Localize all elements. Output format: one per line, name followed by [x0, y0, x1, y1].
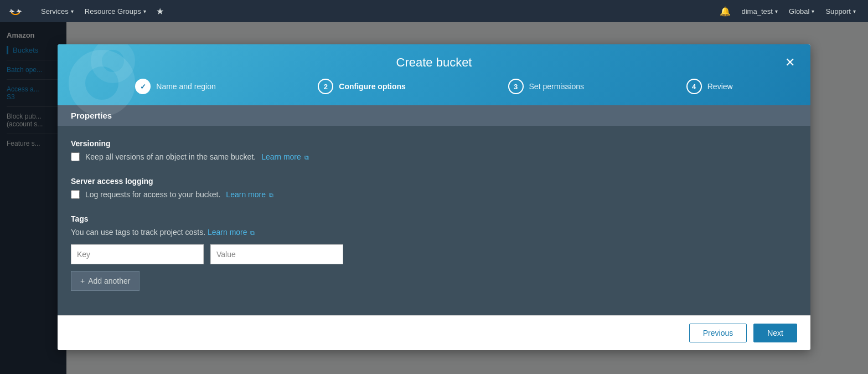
tag-key-input[interactable]: [71, 244, 204, 264]
modal-header: Create bucket ✕ ✓ Name and region 2 Conf…: [58, 44, 810, 105]
step-1: ✓ Name and region: [135, 79, 215, 94]
bell-icon[interactable]: 🔔: [714, 6, 736, 17]
section-header: Properties: [58, 105, 810, 126]
versioning-learn-more-link[interactable]: Learn more ⧉: [261, 152, 308, 161]
modal-title-bar: Create bucket: [71, 44, 797, 70]
resource-groups-nav[interactable]: Resource Groups ▾: [79, 0, 152, 22]
step-2: 2 Configure options: [318, 79, 406, 94]
step-2-label: Configure options: [339, 82, 406, 91]
step-2-circle: 2: [318, 79, 333, 94]
section-content: Versioning Keep all versions of an objec…: [58, 126, 810, 315]
previous-button[interactable]: Previous: [689, 324, 747, 342]
nav-right: 🔔 dima_test ▾ Global ▾ Support ▾: [714, 0, 862, 22]
add-another-button[interactable]: + Add another: [71, 271, 140, 291]
step-4-circle: 4: [686, 79, 702, 94]
modal-footer: Previous Next: [58, 315, 810, 350]
step-4-label: Review: [707, 82, 733, 91]
modal-title: Create bucket: [396, 55, 472, 70]
step-1-circle: ✓: [135, 79, 151, 94]
aws-logo: [7, 6, 27, 17]
server-logging-row: Log requests for access to your bucket. …: [71, 190, 797, 199]
modal-body: Properties Versioning Keep all versions …: [58, 105, 810, 315]
step-1-label: Name and region: [156, 82, 215, 91]
services-chevron-icon: ▾: [71, 8, 74, 14]
services-nav[interactable]: Services ▾: [35, 0, 79, 22]
versioning-text: Keep all versions of an object in the sa…: [85, 152, 256, 161]
user-chevron-icon: ▾: [775, 8, 778, 14]
resource-groups-chevron-icon: ▾: [143, 8, 146, 14]
step-3-label: Set permissions: [529, 82, 585, 91]
tags-group: Tags You can use tags to track project c…: [71, 214, 797, 291]
step-3-circle: 3: [508, 79, 524, 94]
support-nav[interactable]: Support ▾: [820, 0, 861, 22]
region-chevron-icon: ▾: [812, 8, 814, 14]
step-4: 4 Review: [686, 79, 733, 94]
close-button[interactable]: ✕: [781, 54, 799, 71]
tags-title: Tags: [71, 214, 797, 223]
region-nav[interactable]: Global ▾: [783, 0, 820, 22]
external-link-icon-logging: ⧉: [269, 192, 273, 198]
versioning-checkbox[interactable]: [71, 152, 80, 161]
step-3: 3 Set permissions: [508, 79, 585, 94]
pin-icon[interactable]: ★: [152, 6, 168, 17]
versioning-title: Versioning: [71, 139, 797, 148]
server-logging-text: Log requests for access to your bucket.: [85, 190, 220, 199]
external-link-icon-versioning: ⧉: [304, 154, 309, 161]
server-logging-title: Server access logging: [71, 177, 797, 186]
create-bucket-modal: Create bucket ✕ ✓ Name and region 2 Conf…: [58, 44, 810, 350]
tags-learn-more-link[interactable]: Learn more ⧉: [208, 228, 255, 237]
server-logging-learn-more-link[interactable]: Learn more ⧉: [226, 190, 273, 199]
modal-overlay: Create bucket ✕ ✓ Name and region 2 Conf…: [0, 22, 868, 374]
user-nav[interactable]: dima_test ▾: [736, 0, 783, 22]
top-navigation: Services ▾ Resource Groups ▾ ★ 🔔 dima_te…: [0, 0, 868, 22]
external-link-icon-tags: ⧉: [250, 229, 255, 236]
server-logging-checkbox[interactable]: [71, 190, 80, 199]
tags-input-row: [71, 244, 797, 264]
support-chevron-icon: ▾: [853, 8, 856, 14]
tag-value-input[interactable]: [210, 244, 343, 264]
versioning-row: Keep all versions of an object in the sa…: [71, 152, 797, 161]
next-button[interactable]: Next: [753, 324, 797, 342]
server-logging-group: Server access logging Log requests for a…: [71, 177, 797, 199]
plus-icon: +: [80, 276, 85, 285]
versioning-group: Versioning Keep all versions of an objec…: [71, 139, 797, 161]
tags-description: You can use tags to track project costs.…: [71, 228, 797, 237]
steps-bar: ✓ Name and region 2 Configure options 3 …: [71, 70, 797, 105]
main-area: Amazon Buckets Batch ope... Access a...S…: [0, 22, 868, 374]
